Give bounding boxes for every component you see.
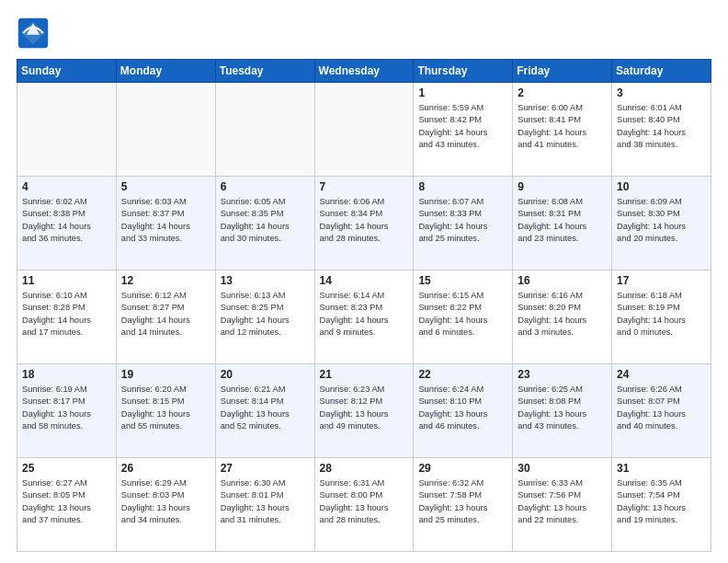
day-info: Sunrise: 6:32 AM Sunset: 7:58 PM Dayligh… xyxy=(418,477,507,527)
day-info: Sunrise: 6:20 AM Sunset: 8:15 PM Dayligh… xyxy=(121,384,210,433)
calendar-cell: 8Sunrise: 6:07 AM Sunset: 8:33 PM Daylig… xyxy=(414,177,513,270)
day-number: 31 xyxy=(617,462,706,475)
day-info: Sunrise: 6:08 AM Sunset: 8:31 PM Dayligh… xyxy=(518,196,607,246)
calendar-cell: 27Sunrise: 6:30 AM Sunset: 8:01 PM Dayli… xyxy=(215,458,314,552)
calendar-cell: 18Sunrise: 6:19 AM Sunset: 8:17 PM Dayli… xyxy=(17,364,117,458)
calendar-cell xyxy=(215,83,314,177)
day-number: 12 xyxy=(121,274,210,287)
calendar-cell: 9Sunrise: 6:08 AM Sunset: 8:31 PM Daylig… xyxy=(513,177,612,270)
day-info: Sunrise: 6:15 AM Sunset: 8:22 PM Dayligh… xyxy=(418,290,507,339)
day-number: 26 xyxy=(121,462,210,475)
day-info: Sunrise: 6:16 AM Sunset: 8:20 PM Dayligh… xyxy=(518,290,607,339)
day-number: 25 xyxy=(22,462,111,475)
calendar-week-row: 18Sunrise: 6:19 AM Sunset: 8:17 PM Dayli… xyxy=(17,364,711,458)
day-number: 1 xyxy=(418,86,507,99)
day-info: Sunrise: 6:26 AM Sunset: 8:07 PM Dayligh… xyxy=(617,384,706,433)
calendar-week-row: 25Sunrise: 6:27 AM Sunset: 8:05 PM Dayli… xyxy=(17,458,711,552)
day-info: Sunrise: 5:59 AM Sunset: 8:42 PM Dayligh… xyxy=(418,102,507,152)
day-number: 24 xyxy=(617,368,706,381)
day-number: 3 xyxy=(617,86,706,99)
day-info: Sunrise: 6:18 AM Sunset: 8:19 PM Dayligh… xyxy=(617,290,706,339)
calendar-day-header: Friday xyxy=(513,60,612,83)
calendar-cell: 6Sunrise: 6:05 AM Sunset: 8:35 PM Daylig… xyxy=(215,177,314,270)
day-number: 11 xyxy=(22,274,111,287)
calendar-day-header: Wednesday xyxy=(314,60,414,83)
calendar-cell: 19Sunrise: 6:20 AM Sunset: 8:15 PM Dayli… xyxy=(116,364,215,458)
day-number: 13 xyxy=(221,274,310,287)
day-info: Sunrise: 6:25 AM Sunset: 8:08 PM Dayligh… xyxy=(518,384,607,433)
day-info: Sunrise: 6:10 AM Sunset: 8:28 PM Dayligh… xyxy=(22,290,111,339)
calendar-day-header: Tuesday xyxy=(215,60,314,83)
day-number: 10 xyxy=(617,180,706,193)
day-number: 14 xyxy=(320,274,409,287)
day-number: 22 xyxy=(418,368,507,381)
calendar-cell: 15Sunrise: 6:15 AM Sunset: 8:22 PM Dayli… xyxy=(414,270,513,364)
day-number: 21 xyxy=(320,368,409,381)
calendar-cell: 23Sunrise: 6:25 AM Sunset: 8:08 PM Dayli… xyxy=(513,364,612,458)
day-number: 28 xyxy=(320,462,409,475)
day-number: 5 xyxy=(121,180,210,193)
calendar-cell: 28Sunrise: 6:31 AM Sunset: 8:00 PM Dayli… xyxy=(314,458,414,552)
day-number: 23 xyxy=(518,368,607,381)
calendar-week-row: 1Sunrise: 5:59 AM Sunset: 8:42 PM Daylig… xyxy=(17,83,711,177)
calendar-cell xyxy=(116,83,215,177)
day-number: 4 xyxy=(22,180,111,193)
day-number: 7 xyxy=(320,180,409,193)
header xyxy=(17,17,711,50)
calendar: SundayMondayTuesdayWednesdayThursdayFrid… xyxy=(17,59,711,552)
day-info: Sunrise: 6:06 AM Sunset: 8:34 PM Dayligh… xyxy=(320,196,409,246)
calendar-week-row: 4Sunrise: 6:02 AM Sunset: 8:38 PM Daylig… xyxy=(17,177,711,270)
day-info: Sunrise: 6:19 AM Sunset: 8:17 PM Dayligh… xyxy=(22,384,111,433)
calendar-cell: 22Sunrise: 6:24 AM Sunset: 8:10 PM Dayli… xyxy=(414,364,513,458)
day-info: Sunrise: 6:02 AM Sunset: 8:38 PM Dayligh… xyxy=(22,196,111,246)
day-info: Sunrise: 6:35 AM Sunset: 7:54 PM Dayligh… xyxy=(617,477,706,527)
day-number: 16 xyxy=(518,274,607,287)
calendar-day-header: Sunday xyxy=(17,60,117,83)
day-info: Sunrise: 6:30 AM Sunset: 8:01 PM Dayligh… xyxy=(221,477,310,527)
day-number: 20 xyxy=(221,368,310,381)
calendar-cell: 24Sunrise: 6:26 AM Sunset: 8:07 PM Dayli… xyxy=(612,364,711,458)
day-info: Sunrise: 6:01 AM Sunset: 8:40 PM Dayligh… xyxy=(617,102,706,152)
calendar-cell: 2Sunrise: 6:00 AM Sunset: 8:41 PM Daylig… xyxy=(513,83,612,177)
calendar-cell: 7Sunrise: 6:06 AM Sunset: 8:34 PM Daylig… xyxy=(314,177,414,270)
day-info: Sunrise: 6:09 AM Sunset: 8:30 PM Dayligh… xyxy=(617,196,706,246)
calendar-cell: 31Sunrise: 6:35 AM Sunset: 7:54 PM Dayli… xyxy=(612,458,711,552)
day-number: 6 xyxy=(221,180,310,193)
calendar-cell: 16Sunrise: 6:16 AM Sunset: 8:20 PM Dayli… xyxy=(513,270,612,364)
day-number: 18 xyxy=(22,368,111,381)
day-number: 8 xyxy=(418,180,507,193)
calendar-cell: 21Sunrise: 6:23 AM Sunset: 8:12 PM Dayli… xyxy=(314,364,414,458)
calendar-day-header: Monday xyxy=(116,60,215,83)
day-number: 19 xyxy=(121,368,210,381)
day-info: Sunrise: 6:29 AM Sunset: 8:03 PM Dayligh… xyxy=(121,477,210,527)
day-info: Sunrise: 6:27 AM Sunset: 8:05 PM Dayligh… xyxy=(22,477,111,527)
day-info: Sunrise: 6:13 AM Sunset: 8:25 PM Dayligh… xyxy=(221,290,310,339)
day-info: Sunrise: 6:14 AM Sunset: 8:23 PM Dayligh… xyxy=(320,290,409,339)
day-info: Sunrise: 6:00 AM Sunset: 8:41 PM Dayligh… xyxy=(518,102,607,152)
day-number: 15 xyxy=(418,274,507,287)
logo-icon xyxy=(17,17,50,50)
day-number: 30 xyxy=(518,462,607,475)
day-number: 17 xyxy=(617,274,706,287)
calendar-cell: 25Sunrise: 6:27 AM Sunset: 8:05 PM Dayli… xyxy=(17,458,117,552)
calendar-cell: 17Sunrise: 6:18 AM Sunset: 8:19 PM Dayli… xyxy=(612,270,711,364)
page: SundayMondayTuesdayWednesdayThursdayFrid… xyxy=(0,0,728,563)
calendar-cell: 14Sunrise: 6:14 AM Sunset: 8:23 PM Dayli… xyxy=(314,270,414,364)
day-info: Sunrise: 6:07 AM Sunset: 8:33 PM Dayligh… xyxy=(418,196,507,246)
calendar-cell: 5Sunrise: 6:03 AM Sunset: 8:37 PM Daylig… xyxy=(116,177,215,270)
calendar-cell xyxy=(17,83,117,177)
calendar-cell xyxy=(314,83,414,177)
day-info: Sunrise: 6:33 AM Sunset: 7:56 PM Dayligh… xyxy=(518,477,607,527)
calendar-cell: 20Sunrise: 6:21 AM Sunset: 8:14 PM Dayli… xyxy=(215,364,314,458)
calendar-day-header: Saturday xyxy=(612,60,711,83)
logo xyxy=(17,17,55,50)
day-info: Sunrise: 6:24 AM Sunset: 8:10 PM Dayligh… xyxy=(418,384,507,433)
calendar-week-row: 11Sunrise: 6:10 AM Sunset: 8:28 PM Dayli… xyxy=(17,270,711,364)
calendar-cell: 11Sunrise: 6:10 AM Sunset: 8:28 PM Dayli… xyxy=(17,270,117,364)
day-info: Sunrise: 6:31 AM Sunset: 8:00 PM Dayligh… xyxy=(320,477,409,527)
calendar-header-row: SundayMondayTuesdayWednesdayThursdayFrid… xyxy=(17,60,711,83)
day-info: Sunrise: 6:12 AM Sunset: 8:27 PM Dayligh… xyxy=(121,290,210,339)
calendar-cell: 12Sunrise: 6:12 AM Sunset: 8:27 PM Dayli… xyxy=(116,270,215,364)
calendar-cell: 10Sunrise: 6:09 AM Sunset: 8:30 PM Dayli… xyxy=(612,177,711,270)
calendar-cell: 13Sunrise: 6:13 AM Sunset: 8:25 PM Dayli… xyxy=(215,270,314,364)
